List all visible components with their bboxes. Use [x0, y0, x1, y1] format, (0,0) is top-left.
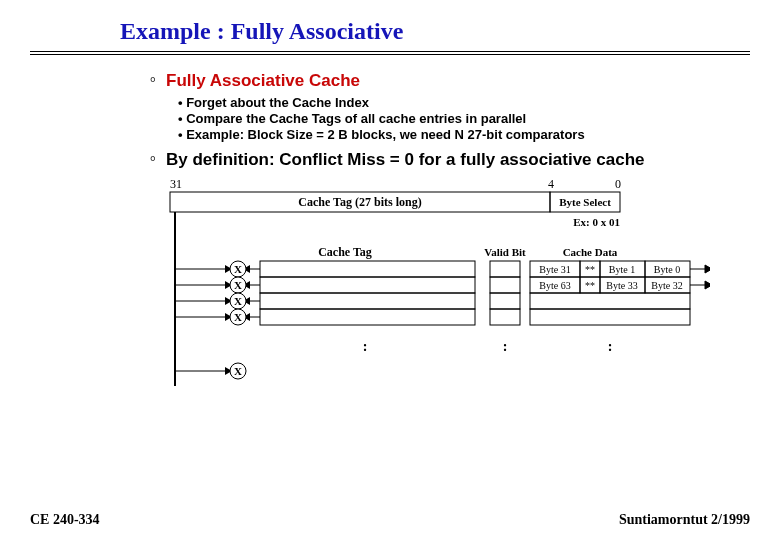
comparators: X X X X — [175, 261, 260, 379]
svg-rect-4 — [490, 261, 520, 277]
data-arrows — [690, 265, 710, 289]
footer-left: CE 240-334 — [30, 512, 100, 528]
bitlabel-right: 0 — [615, 177, 621, 191]
slide-title: Example : Fully Associative — [120, 18, 750, 45]
svg-rect-24 — [530, 293, 690, 309]
bitlabel-mid: 4 — [548, 177, 554, 191]
tag-column — [260, 261, 475, 325]
svg-rect-25 — [530, 309, 690, 325]
svg-rect-6 — [490, 293, 520, 309]
svg-text:Byte 32: Byte 32 — [651, 280, 682, 291]
svg-text:Byte 0: Byte 0 — [654, 264, 680, 275]
bullet-item: Example: Block Size = 2 B blocks, we nee… — [178, 127, 750, 142]
svg-rect-1 — [260, 277, 475, 293]
data-column: Byte 31 ** Byte 1 Byte 0 Byte 63 ** Byte… — [530, 261, 690, 325]
addr-sel-example: Ex: 0 x 01 — [573, 216, 620, 228]
section2-heading: By definition: Conflict Miss = 0 for a f… — [166, 150, 645, 170]
svg-rect-7 — [490, 309, 520, 325]
svg-text:**: ** — [585, 264, 595, 275]
svg-rect-2 — [260, 293, 475, 309]
svg-text:X: X — [234, 279, 242, 291]
svg-text:Byte 31: Byte 31 — [539, 264, 570, 275]
addr-sel-label: Byte Select — [559, 196, 611, 208]
diagram: 31 4 0 Cache Tag (27 bits long) Byte Sel… — [150, 176, 750, 430]
svg-marker-29 — [705, 281, 710, 289]
section1-heading: Fully Associative Cache — [166, 71, 360, 91]
svg-marker-27 — [705, 265, 710, 273]
dots: : — [503, 339, 508, 354]
col-valid: Valid Bit — [484, 246, 526, 258]
svg-text:Byte 63: Byte 63 — [539, 280, 570, 291]
bitlabel-left: 31 — [170, 177, 182, 191]
svg-text:X: X — [234, 365, 242, 377]
addr-tag-label: Cache Tag (27 bits long) — [298, 195, 421, 209]
title-divider — [30, 51, 750, 59]
svg-text:X: X — [234, 295, 242, 307]
svg-rect-0 — [260, 261, 475, 277]
svg-rect-5 — [490, 277, 520, 293]
svg-text:**: ** — [585, 280, 595, 291]
svg-text:Byte 33: Byte 33 — [606, 280, 637, 291]
degree-marker: ° — [150, 71, 166, 91]
bullet-item: Compare the Cache Tags of all cache entr… — [178, 111, 750, 126]
svg-rect-3 — [260, 309, 475, 325]
dots: : — [363, 339, 368, 354]
col-data: Cache Data — [563, 246, 618, 258]
degree-marker: ° — [150, 150, 166, 170]
bullet-item: Forget about the Cache Index — [178, 95, 750, 110]
svg-text:X: X — [234, 311, 242, 323]
col-tag: Cache Tag — [318, 245, 372, 259]
svg-text:X: X — [234, 263, 242, 275]
svg-text:Byte 1: Byte 1 — [609, 264, 635, 275]
valid-column — [490, 261, 520, 325]
dots: : — [608, 339, 613, 354]
footer-right: Suntiamorntut 2/1999 — [619, 512, 750, 528]
